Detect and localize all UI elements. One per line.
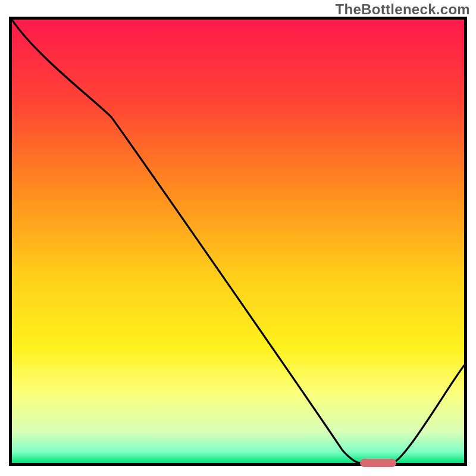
optimal-range-marker bbox=[360, 459, 396, 467]
bottleneck-curve bbox=[12, 20, 464, 463]
chart-container: TheBottleneck.com bbox=[0, 0, 476, 476]
watermark-text: TheBottleneck.com bbox=[336, 1, 470, 18]
plot-frame bbox=[9, 17, 467, 466]
